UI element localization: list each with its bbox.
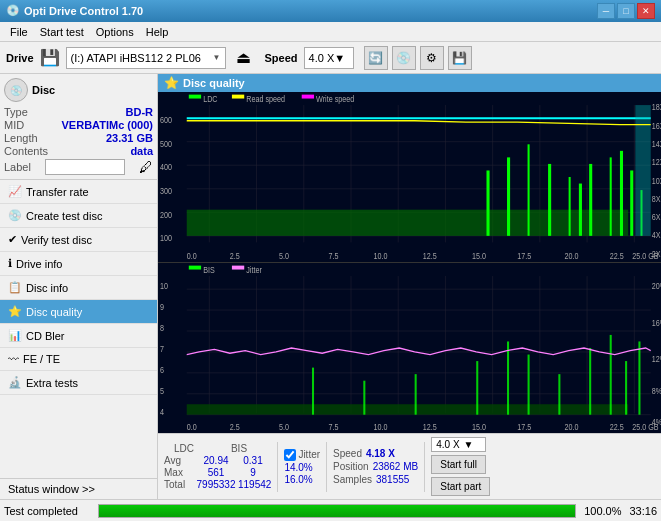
svg-rect-18 <box>486 170 489 235</box>
mid-value: VERBATIMc (000) <box>62 119 153 131</box>
svg-text:12X: 12X <box>652 157 661 167</box>
title-text: Opti Drive Control 1.70 <box>24 5 597 17</box>
charts-container: 600 500 400 300 200 100 18X 16X 14X 12X … <box>158 92 661 433</box>
start-full-button[interactable]: Start full <box>431 455 486 474</box>
jitter-checkbox[interactable] <box>284 449 296 461</box>
speed-selector[interactable]: 4.0 X ▼ <box>304 47 354 69</box>
panel-header: ⭐ Disc quality <box>158 74 661 92</box>
refresh-button[interactable]: 🔄 <box>364 46 388 70</box>
jitter-max: 16.0% <box>284 474 320 485</box>
disc-info-panel: 💿 Disc Type BD-R MID VERBATIMc (000) Len… <box>0 74 157 180</box>
close-button[interactable]: ✕ <box>637 3 655 19</box>
menu-start-test[interactable]: Start test <box>34 24 90 40</box>
disc-quality-label: Disc quality <box>26 306 82 318</box>
speed-arrow: ▼ <box>334 52 345 64</box>
svg-text:Jitter: Jitter <box>246 266 262 276</box>
svg-text:12.5: 12.5 <box>423 252 437 262</box>
sidebar-item-disc-quality[interactable]: ⭐ Disc quality <box>0 300 157 324</box>
svg-rect-82 <box>363 381 365 415</box>
settings-button[interactable]: ⚙ <box>420 46 444 70</box>
sidebar: 💿 Disc Type BD-R MID VERBATIMc (000) Len… <box>0 74 158 499</box>
transfer-rate-label: Transfer rate <box>26 186 89 198</box>
disc-info-label: Disc info <box>26 282 68 294</box>
sidebar-item-transfer-rate[interactable]: 📈 Transfer rate <box>0 180 157 204</box>
svg-rect-90 <box>625 361 627 415</box>
menu-help[interactable]: Help <box>140 24 175 40</box>
menu-bar: File Start test Options Help <box>0 22 661 42</box>
cd-bler-label: CD Bler <box>26 330 65 342</box>
svg-rect-22 <box>569 177 571 236</box>
progress-bar-fill <box>99 505 575 517</box>
svg-text:12.5: 12.5 <box>423 423 437 433</box>
svg-rect-83 <box>415 374 417 415</box>
svg-text:17.5: 17.5 <box>517 423 531 433</box>
bis-max: 9 <box>238 467 268 478</box>
svg-text:7.5: 7.5 <box>328 423 338 433</box>
extra-tests-label: Extra tests <box>26 377 78 389</box>
svg-text:10.0: 10.0 <box>374 252 388 262</box>
status-window-button[interactable]: Status window >> <box>0 478 157 499</box>
speed-info-label: Speed <box>333 448 362 459</box>
sidebar-item-verify-test-disc[interactable]: ✔ Verify test disc <box>0 228 157 252</box>
svg-text:15.0: 15.0 <box>472 252 486 262</box>
ldc-total: 7995332 <box>196 479 236 490</box>
ldc-max: 561 <box>196 467 236 478</box>
disc-quality-icon: ⭐ <box>8 305 22 318</box>
sidebar-item-extra-tests[interactable]: 🔬 Extra tests <box>0 371 157 395</box>
svg-text:100: 100 <box>160 233 172 243</box>
jitter-header: Jitter <box>298 449 320 460</box>
sidebar-item-fe-te[interactable]: 〰 FE / TE <box>0 348 157 371</box>
svg-text:16%: 16% <box>652 318 661 328</box>
svg-text:BIS: BIS <box>203 266 215 276</box>
speed-dropdown-value: 4.0 X <box>436 439 459 450</box>
svg-text:8%: 8% <box>652 386 661 396</box>
sidebar-item-drive-info[interactable]: ℹ Drive info <box>0 252 157 276</box>
progress-bar-container <box>98 504 576 518</box>
drive-selector[interactable]: (I:) ATAPI iHBS112 2 PL06 ▼ <box>66 47 226 69</box>
position-value: 23862 MB <box>373 461 419 472</box>
stats-bar: LDC BIS Avg 20.94 0.31 Max 561 9 Total 7… <box>158 433 661 499</box>
status-text: Test completed <box>4 505 94 517</box>
minimize-button[interactable]: ─ <box>597 3 615 19</box>
max-label: Max <box>164 467 194 478</box>
position-label: Position <box>333 461 369 472</box>
label-edit-icon[interactable]: 🖊 <box>139 159 153 175</box>
label-input[interactable] <box>45 159 125 175</box>
sidebar-item-create-test-disc[interactable]: 💿 Create test disc <box>0 204 157 228</box>
drive-bar: Drive 💾 (I:) ATAPI iHBS112 2 PL06 ▼ ⏏ Sp… <box>0 42 661 74</box>
svg-text:8X: 8X <box>652 194 661 204</box>
speed-dropdown[interactable]: 4.0 X ▼ <box>431 437 486 452</box>
menu-file[interactable]: File <box>4 24 34 40</box>
svg-rect-20 <box>528 144 530 236</box>
svg-text:9: 9 <box>160 302 164 312</box>
svg-text:14X: 14X <box>652 139 661 149</box>
svg-text:5.0: 5.0 <box>279 252 289 262</box>
svg-rect-91 <box>638 341 640 414</box>
save-button[interactable]: 💾 <box>448 46 472 70</box>
drive-info-label: Drive info <box>16 258 62 270</box>
start-part-button[interactable]: Start part <box>431 477 490 496</box>
svg-rect-21 <box>548 164 551 236</box>
right-panel: ⭐ Disc quality <box>158 74 661 499</box>
sidebar-item-cd-bler[interactable]: 📊 CD Bler <box>0 324 157 348</box>
svg-text:6: 6 <box>160 365 164 375</box>
svg-text:15.0: 15.0 <box>472 423 486 433</box>
svg-text:5: 5 <box>160 386 164 396</box>
window-controls: ─ □ ✕ <box>597 3 655 19</box>
svg-text:5.0: 5.0 <box>279 423 289 433</box>
svg-text:18X: 18X <box>652 103 661 113</box>
disc-button[interactable]: 💿 <box>392 46 416 70</box>
create-test-disc-label: Create test disc <box>26 210 102 222</box>
panel-header-title: Disc quality <box>183 77 245 89</box>
menu-options[interactable]: Options <box>90 24 140 40</box>
maximize-button[interactable]: □ <box>617 3 635 19</box>
jitter-avg: 14.0% <box>284 462 320 473</box>
speed-dropdown-arrow: ▼ <box>464 439 474 450</box>
main-content: 💿 Disc Type BD-R MID VERBATIMc (000) Len… <box>0 74 661 499</box>
speed-label: Speed <box>265 52 298 64</box>
eject-icon[interactable]: ⏏ <box>236 48 251 67</box>
sidebar-item-disc-info[interactable]: 📋 Disc info <box>0 276 157 300</box>
divider3 <box>424 442 425 492</box>
toolbar-icons: 🔄 💿 ⚙ 💾 <box>364 46 472 70</box>
drive-icon: 💾 <box>40 48 60 67</box>
